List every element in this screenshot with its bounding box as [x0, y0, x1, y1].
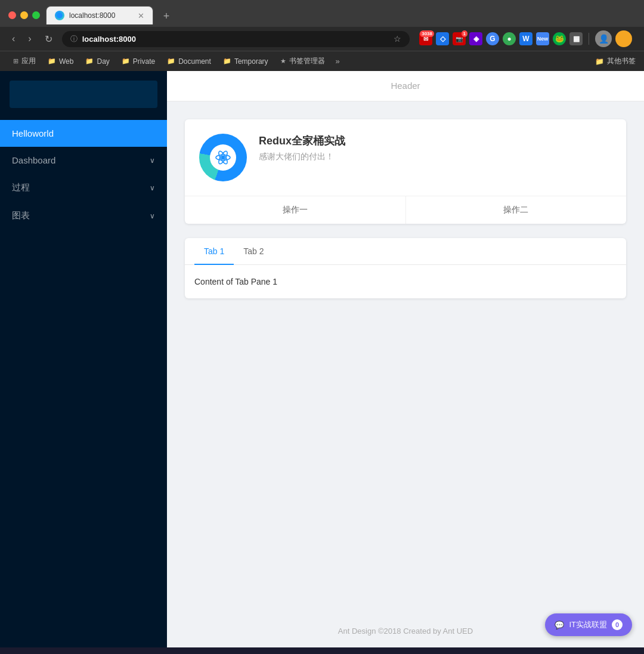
- back-button[interactable]: ‹: [8, 31, 18, 47]
- secure-icon: ⓘ: [70, 34, 78, 44]
- folder-icon-other: 📁: [595, 57, 604, 66]
- header-title: Header: [391, 81, 420, 91]
- tabs-nav: Tab 1 Tab 2: [185, 238, 626, 265]
- new-tab-button[interactable]: +: [158, 8, 175, 24]
- card-action-btn-2[interactable]: 操作二: [406, 196, 627, 224]
- tab-nav-tab1[interactable]: Tab 1: [194, 238, 234, 264]
- extension-icons: ✉ 3038 ◇ 📷1 ◈ G ● W New 🐸 ▦ 👤: [416, 30, 636, 47]
- sidebar-item-dashboard[interactable]: Dashboard ∨: [0, 147, 167, 174]
- tab-close-button[interactable]: ✕: [138, 11, 144, 20]
- address-bar: ‹ › ↻ ⓘ localhost:8000 ☆ ✉ 3038 ◇ 📷1 ◈ G: [0, 27, 644, 51]
- ext-icon-new[interactable]: New: [536, 32, 549, 45]
- card-title: Redux全家桶实战: [259, 134, 612, 148]
- card-subtitle: 感谢大佬们的付出！: [259, 152, 612, 162]
- ext-icon-2[interactable]: 📷1: [453, 32, 466, 45]
- folder-icon-temporary: 📁: [223, 57, 231, 65]
- bookmarks-bar: ⊞ 应用 📁 Web 📁 Day 📁 Private 📁 Document 📁: [0, 51, 644, 71]
- star-icon-mgr: ★: [280, 57, 286, 65]
- ext-icon-5[interactable]: ●: [503, 32, 516, 45]
- bookmark-private[interactable]: 📁 Private: [117, 55, 160, 67]
- ext-icon-1[interactable]: ◇: [436, 32, 449, 45]
- logo-box: [10, 81, 157, 108]
- bookmark-web[interactable]: 📁 Web: [43, 55, 78, 67]
- traffic-light-red[interactable]: [8, 11, 16, 19]
- sidebar-item-tubiao[interactable]: 图表 ∨: [0, 202, 167, 230]
- card-body: Redux全家桶实战 感谢大佬们的付出！: [185, 119, 626, 196]
- react-icon: [215, 149, 231, 166]
- more-bookmarks-button[interactable]: »: [332, 55, 343, 67]
- chevron-down-icon-guocheng: ∨: [150, 184, 155, 192]
- bookmark-document[interactable]: 📁 Document: [162, 55, 216, 67]
- mail-badge: 3038: [420, 30, 434, 37]
- browser-tab-active[interactable]: localhost:8000 ✕: [46, 6, 153, 24]
- folder-icon-day: 📁: [85, 57, 94, 65]
- card-avatar: [199, 134, 247, 181]
- mail-extension-icon[interactable]: ✉ 3038: [419, 32, 432, 45]
- app-container: Helloworld Dashboard ∨ 过程 ∨ 图表 ∨ Header: [0, 71, 644, 647]
- profile-colored[interactable]: [615, 30, 632, 47]
- svg-point-0: [57, 13, 63, 18]
- apps-icon: ⊞: [13, 57, 18, 65]
- header-bar: Header: [167, 71, 644, 101]
- sidebar-menu: Helloworld Dashboard ∨ 过程 ∨ 图表 ∨: [0, 118, 167, 230]
- sidebar-logo-area: [0, 71, 167, 118]
- tab-favicon: [55, 11, 64, 20]
- url-input[interactable]: ⓘ localhost:8000 ☆: [62, 31, 410, 47]
- forward-button[interactable]: ›: [24, 31, 35, 47]
- ext-icon-4[interactable]: G: [486, 32, 499, 45]
- wechat-label: IT实战联盟: [569, 619, 607, 630]
- chevron-down-icon-tubiao: ∨: [150, 212, 155, 220]
- bookmark-day[interactable]: 📁 Day: [80, 55, 114, 67]
- reload-button[interactable]: ↻: [41, 31, 56, 47]
- profile-icon[interactable]: 👤: [595, 30, 612, 47]
- tab-title: localhost:8000: [69, 11, 133, 20]
- bookmark-apps[interactable]: ⊞ 应用: [8, 54, 41, 68]
- ext-icon-8[interactable]: ▦: [569, 32, 583, 45]
- browser-chrome: localhost:8000 ✕ + ‹ › ↻ ⓘ localhost:800…: [0, 0, 644, 71]
- svg-point-1: [221, 156, 225, 160]
- folder-icon-document: 📁: [167, 57, 175, 65]
- folder-icon-web: 📁: [48, 57, 56, 65]
- card-info: Redux全家桶实战 感谢大佬们的付出！: [259, 134, 612, 162]
- card-avatar-inner: [210, 144, 236, 171]
- folder-icon-private: 📁: [122, 57, 130, 65]
- tab-content-pane1: Content of Tab Pane 1: [185, 265, 626, 298]
- sidebar: Helloworld Dashboard ∨ 过程 ∨ 图表 ∨: [0, 71, 167, 647]
- tab-nav-tab2[interactable]: Tab 2: [234, 238, 273, 264]
- footer-text: Ant Design ©2018 Created by Ant UED: [338, 627, 473, 636]
- main-content: Header: [167, 71, 644, 647]
- separator: [589, 33, 589, 45]
- chevron-down-icon-dashboard: ∨: [150, 156, 155, 165]
- url-display: localhost:8000: [82, 35, 389, 44]
- wechat-icon: 💬: [555, 621, 564, 630]
- sidebar-item-guocheng[interactable]: 过程 ∨: [0, 174, 167, 202]
- wechat-badge: 0: [612, 619, 623, 630]
- content-area: Redux全家桶实战 感谢大佬们的付出！ 操作一 操作二 Tab 1: [167, 101, 644, 615]
- card-actions: 操作一 操作二: [185, 196, 626, 224]
- ext-icon-7[interactable]: 🐸: [553, 32, 566, 45]
- tabs-container: Tab 1 Tab 2 Content of Tab Pane 1: [185, 238, 626, 298]
- traffic-light-yellow[interactable]: [20, 11, 28, 19]
- sidebar-item-helloworld[interactable]: Helloworld: [0, 120, 167, 147]
- ext-icon-6[interactable]: W: [519, 32, 532, 45]
- ext-icon-3[interactable]: ◈: [469, 32, 482, 45]
- other-bookmarks[interactable]: 📁 其他书签: [595, 56, 636, 66]
- card-action-btn-1[interactable]: 操作一: [185, 196, 405, 224]
- traffic-light-green[interactable]: [32, 11, 40, 19]
- bookmark-temporary[interactable]: 📁 Temporary: [218, 55, 273, 67]
- bookmark-mgr[interactable]: ★ 书签管理器: [275, 54, 330, 68]
- bookmark-star-icon[interactable]: ☆: [394, 34, 401, 44]
- wechat-float-button[interactable]: 💬 IT实战联盟 0: [545, 613, 632, 636]
- info-card: Redux全家桶实战 感谢大佬们的付出！ 操作一 操作二: [185, 119, 626, 224]
